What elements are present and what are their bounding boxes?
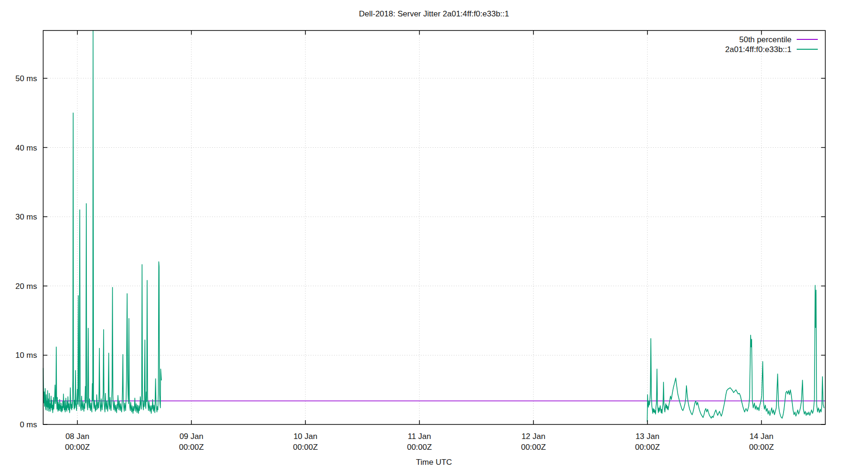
x-tick-label: 14 Jan (749, 432, 773, 441)
axis-layer: 08 Jan00:00Z09 Jan00:00Z10 Jan00:00Z11 J… (15, 30, 825, 452)
x-tick-label: 08 Jan (65, 432, 89, 441)
chart-canvas: 08 Jan00:00Z09 Jan00:00Z10 Jan00:00Z11 J… (0, 0, 868, 469)
server-jitter-chart: 08 Jan00:00Z09 Jan00:00Z10 Jan00:00Z11 J… (0, 0, 868, 469)
grid-layer (43, 30, 825, 424)
series-layer (43, 30, 825, 422)
y-tick-label: 50 ms (15, 74, 37, 83)
chart-title: Dell-2018: Server Jitter 2a01:4ff:f0:e33… (359, 9, 509, 18)
x-tick-label: 11 Jan (408, 432, 431, 441)
x-tick-sublabel: 00:00Z (521, 443, 546, 452)
x-axis-title: Time UTC (416, 458, 452, 467)
y-tick-label: 20 ms (15, 282, 37, 291)
x-tick-sublabel: 00:00Z (293, 443, 318, 452)
jitter-series-path (43, 30, 161, 413)
y-tick-label: 0 ms (20, 420, 37, 429)
x-tick-label: 13 Jan (635, 432, 659, 441)
x-tick-sublabel: 00:00Z (179, 443, 204, 452)
legend: 50th percentile 2a01:4ff:f0:e33b::1 (725, 35, 818, 54)
x-tick-sublabel: 00:00Z (749, 443, 774, 452)
x-tick-sublabel: 00:00Z (407, 443, 432, 452)
y-tick-label: 10 ms (15, 351, 37, 360)
x-tick-label: 12 Jan (521, 432, 545, 441)
legend-label-series: 2a01:4ff:f0:e33b::1 (725, 45, 792, 54)
y-tick-label: 30 ms (15, 212, 37, 221)
x-tick-sublabel: 00:00Z (65, 443, 90, 452)
x-tick-label: 10 Jan (293, 432, 317, 441)
legend-label-percentile: 50th percentile (739, 35, 792, 44)
plot-border (43, 30, 825, 424)
x-tick-label: 09 Jan (179, 432, 203, 441)
y-tick-label: 40 ms (15, 144, 37, 152)
x-tick-sublabel: 00:00Z (635, 443, 660, 452)
